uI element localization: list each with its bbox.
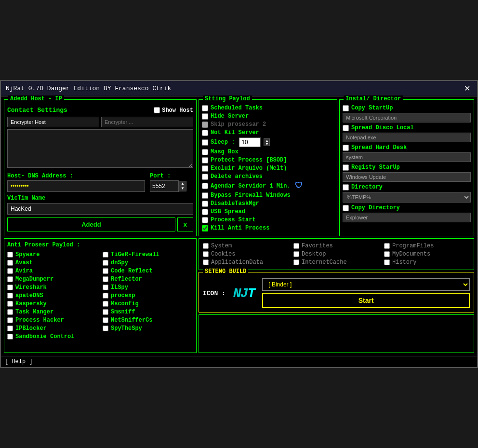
anti-cb-col2-6[interactable] bbox=[103, 301, 108, 307]
cb-check-2-2[interactable] bbox=[384, 259, 390, 265]
anti-cb-col2-1[interactable] bbox=[103, 260, 108, 266]
microsoft-corp-input[interactable] bbox=[343, 113, 471, 122]
anti-item-col1-8: Process Hacker bbox=[7, 317, 98, 324]
anti-cb-col1-7[interactable] bbox=[7, 309, 13, 315]
copy-directory-checkbox[interactable] bbox=[343, 205, 349, 211]
anti-cb-col1-10[interactable] bbox=[7, 334, 13, 339]
cb-check-2-1[interactable] bbox=[384, 251, 390, 257]
stting-checkbox-6[interactable] bbox=[202, 157, 208, 163]
anti-cb-col1-5[interactable] bbox=[7, 293, 13, 299]
cb-check-0-0[interactable] bbox=[203, 243, 209, 249]
anti-item-col1-2: Avira bbox=[7, 268, 98, 274]
stting-checkbox-0[interactable] bbox=[202, 105, 208, 111]
output-area bbox=[199, 314, 474, 353]
anti-cb-col1-3[interactable] bbox=[7, 276, 13, 282]
x-button[interactable]: x bbox=[177, 217, 193, 231]
help-text[interactable]: [ Help ] bbox=[5, 358, 33, 365]
show-host-label[interactable]: Show Host bbox=[154, 107, 193, 114]
sleep-spin-up[interactable]: ▲ bbox=[264, 139, 269, 142]
anti-cb-col2-8[interactable] bbox=[103, 317, 108, 323]
sleep-input[interactable] bbox=[239, 137, 261, 147]
stting-checkbox-7[interactable] bbox=[202, 165, 208, 172]
anti-cb-col1-0[interactable] bbox=[7, 252, 13, 258]
stting-checkbox-3[interactable] bbox=[202, 130, 208, 136]
stting-item-7: Excluir Arquivo (Melt) bbox=[202, 165, 334, 172]
port-up[interactable]: ▲ bbox=[179, 181, 186, 186]
adedd-button[interactable]: Adedd bbox=[7, 217, 175, 231]
help-bar: [ Help ] bbox=[1, 356, 477, 367]
port-input[interactable] bbox=[150, 180, 179, 192]
stting-checkbox-5[interactable] bbox=[202, 149, 208, 155]
cb-check-1-2[interactable] bbox=[293, 259, 299, 265]
anti-item-col1-7: Task Manger bbox=[7, 309, 98, 315]
temp-dropdown[interactable]: %TEMP% bbox=[343, 192, 471, 203]
cb-check-1-1[interactable] bbox=[293, 251, 299, 257]
anti-cb-col2-3[interactable] bbox=[103, 276, 108, 282]
stting-checkbox-8[interactable] bbox=[202, 174, 208, 180]
anti-cb-col2-5[interactable] bbox=[103, 293, 108, 299]
anti-item-col2-7: Smsniff bbox=[103, 309, 193, 315]
stting-checkbox-12[interactable] bbox=[202, 209, 208, 215]
adedd-row: Adedd x bbox=[7, 217, 193, 231]
main-content: Adedd Host - IP Contact Settings Show Ho… bbox=[1, 96, 477, 356]
encrypter-host-input[interactable] bbox=[7, 117, 99, 127]
stting-item-6: Protect Process [BSOD] bbox=[202, 157, 334, 163]
host-textarea[interactable] bbox=[7, 129, 193, 168]
anti-item-col1-6: Kaspersky bbox=[7, 300, 98, 307]
anti-cb-col2-9[interactable] bbox=[103, 326, 108, 331]
registry-startup-checkbox[interactable] bbox=[343, 164, 349, 171]
cb-0-2: ApplicationData bbox=[203, 259, 289, 266]
stting-checkbox-9[interactable] bbox=[202, 183, 208, 189]
port-down[interactable]: ▼ bbox=[179, 186, 186, 191]
encrypter-row bbox=[7, 117, 193, 127]
anti-cb-col2-4[interactable] bbox=[103, 285, 108, 290]
bottom-content: Anti Prosesr Paylod : SpywareTiGeR-Firew… bbox=[4, 238, 474, 353]
victim-input[interactable] bbox=[7, 203, 193, 215]
stting-checkbox-10[interactable] bbox=[202, 192, 208, 199]
anti-cb-col2-0[interactable] bbox=[103, 252, 108, 258]
start-button[interactable]: Start bbox=[262, 293, 470, 308]
stting-checkbox-11[interactable] bbox=[202, 201, 208, 207]
stting-item-1: Hide Server bbox=[202, 113, 334, 120]
binder-dropdown[interactable]: [ Binder ] bbox=[262, 278, 470, 291]
close-button[interactable]: ✕ bbox=[462, 84, 472, 93]
system-input[interactable] bbox=[343, 152, 471, 162]
anti-cb-col1-9[interactable] bbox=[7, 326, 13, 331]
cb-check-0-2[interactable] bbox=[203, 259, 209, 265]
anti-title: Anti Prosesr Paylod : bbox=[7, 242, 193, 248]
anti-cb-col1-8[interactable] bbox=[7, 317, 13, 323]
anti-cb-col1-4[interactable] bbox=[7, 285, 13, 290]
anti-cb-col2-2[interactable] bbox=[103, 268, 108, 274]
encrypter-2-input[interactable] bbox=[101, 117, 193, 127]
cb-check-0-1[interactable] bbox=[203, 251, 209, 257]
cb-1-0: Favorites bbox=[293, 243, 379, 249]
anti-cb-col1-1[interactable] bbox=[7, 260, 13, 266]
copy-startup-checkbox[interactable] bbox=[343, 105, 349, 111]
sleep-spin-down[interactable]: ▼ bbox=[264, 142, 269, 146]
spread-hard-label: Spread Hard Desk bbox=[351, 144, 407, 151]
show-host-checkbox[interactable] bbox=[154, 107, 160, 113]
stting-checkbox-4[interactable] bbox=[202, 139, 208, 146]
stting-item-3: Not Kil Server bbox=[202, 129, 334, 136]
cb-check-2-0[interactable] bbox=[384, 243, 390, 249]
directory-checkbox[interactable] bbox=[343, 184, 349, 190]
anti-cb-col1-2[interactable] bbox=[7, 268, 13, 274]
stting-checkbox-1[interactable] bbox=[202, 113, 208, 120]
anti-cb-col2-7[interactable] bbox=[103, 309, 108, 315]
stting-checkbox-2[interactable] bbox=[202, 122, 208, 128]
anti-cb-col1-6[interactable] bbox=[7, 301, 13, 307]
anti-item-col2-5: procexp bbox=[103, 292, 193, 299]
dns-input[interactable] bbox=[7, 180, 145, 192]
spread-hard-checkbox[interactable] bbox=[343, 145, 349, 151]
stting-checkbox-14[interactable] bbox=[202, 225, 208, 231]
windows-update-input[interactable] bbox=[343, 172, 471, 182]
explower-input[interactable] bbox=[343, 213, 471, 222]
cb-check-1-0[interactable] bbox=[293, 243, 299, 249]
stting-checkbox-13[interactable] bbox=[202, 217, 208, 223]
dns-field: Host- DNS Address : bbox=[7, 173, 145, 192]
host-panel-title: Adedd Host - IP bbox=[8, 95, 64, 102]
port-spinners: ▲ ▼ bbox=[179, 181, 186, 191]
spread-disco-checkbox[interactable] bbox=[343, 125, 349, 131]
notepad-input[interactable] bbox=[343, 133, 471, 142]
cb-1-1: Desktop bbox=[293, 251, 379, 258]
